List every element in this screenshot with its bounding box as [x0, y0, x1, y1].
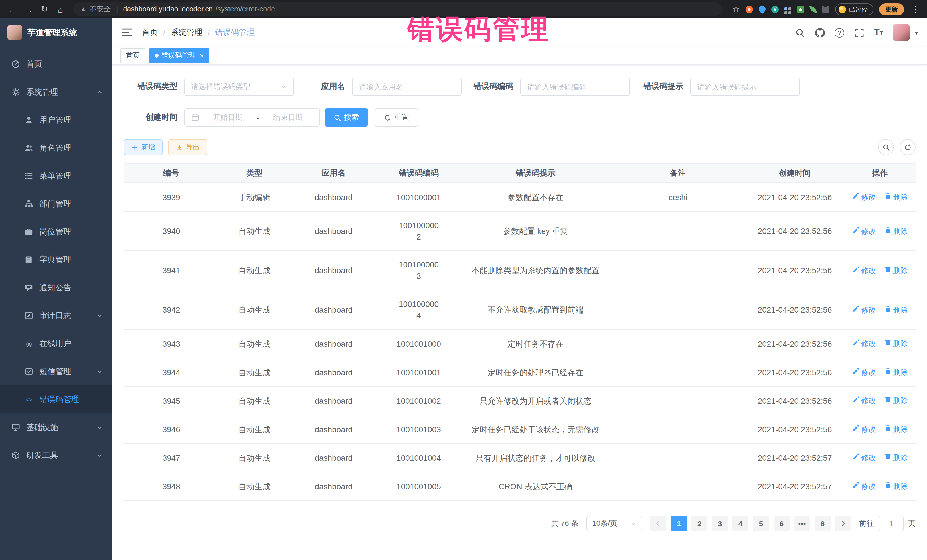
extension-green-icon[interactable]: [797, 5, 804, 13]
breadcrumb-item[interactable]: 首页: [142, 27, 158, 38]
cell-hint: CRON 表达式不正确: [460, 472, 611, 501]
sidebar-item-system-management[interactable]: 系统管理: [0, 78, 112, 106]
extension-drop-icon[interactable]: [757, 4, 767, 14]
sidebar-item-audit-log[interactable]: 审计日志: [0, 302, 112, 329]
edit-link[interactable]: 修改: [852, 424, 876, 435]
delete-icon: [884, 226, 891, 237]
delete-link[interactable]: 删除: [884, 191, 908, 203]
goto-page-input[interactable]: [878, 516, 904, 531]
sidebar-item-post-management[interactable]: 岗位管理: [0, 218, 112, 246]
cell-id: 3939: [124, 183, 219, 211]
delete-link[interactable]: 删除: [884, 338, 908, 349]
avatar-caret-icon[interactable]: ▾: [915, 29, 918, 36]
sidebar-item-menu-management[interactable]: 菜单管理: [0, 162, 112, 190]
edit-link[interactable]: 修改: [852, 367, 876, 378]
page-button-1[interactable]: 1: [671, 516, 687, 531]
tab-home[interactable]: 首页: [120, 48, 146, 63]
start-date-placeholder: 开始日期: [202, 112, 253, 123]
filter-type-select[interactable]: 请选择错误码类型: [184, 77, 294, 96]
page-size-select[interactable]: 10条/页: [587, 516, 642, 531]
browser-reload-icon[interactable]: ↻: [38, 2, 51, 16]
sidebar-item-error-code-management[interactable]: </>错误码管理: [0, 385, 112, 413]
search-icon[interactable]: [795, 27, 805, 38]
sidebar-item-dept-management[interactable]: 部门管理: [0, 190, 112, 218]
browser-chrome: ← → ↻ ⌂ ▲ 不安全 | dashboard.yudao.iocoder.…: [0, 0, 927, 18]
delete-link[interactable]: 删除: [884, 367, 908, 378]
user-avatar[interactable]: [893, 24, 910, 41]
toggle-search-button[interactable]: [878, 139, 894, 155]
delete-link[interactable]: 删除: [884, 265, 908, 276]
edit-label: 修改: [861, 452, 876, 464]
delete-link[interactable]: 删除: [884, 481, 908, 492]
refresh-button[interactable]: [900, 139, 916, 155]
fullscreen-icon[interactable]: [854, 27, 864, 38]
filter-app-input[interactable]: [352, 77, 462, 96]
app-logo[interactable]: 芋道管理系统: [0, 18, 112, 47]
page-button-6[interactable]: 6: [774, 516, 790, 531]
sidebar-item-online-users[interactable]: (a)在线用户: [0, 329, 112, 358]
filter-code-input[interactable]: [520, 77, 630, 96]
sidebar-item-sms-management[interactable]: 短信管理: [0, 358, 112, 385]
filter-hint-input[interactable]: [690, 77, 800, 96]
edit-link[interactable]: 修改: [852, 338, 876, 349]
bookmark-star-icon[interactable]: ☆: [732, 4, 740, 14]
extension-orange-icon[interactable]: [746, 5, 753, 13]
breadcrumb-item[interactable]: 系统管理: [170, 27, 202, 38]
cell-actions: 修改删除: [844, 183, 916, 211]
browser-back-icon[interactable]: ←: [6, 2, 20, 16]
sidebar-item-role-management[interactable]: 角色管理: [0, 134, 112, 162]
briefcase-icon: [24, 227, 33, 237]
page-button-5[interactable]: 5: [753, 516, 769, 531]
tab-close-icon[interactable]: ×: [200, 52, 204, 59]
add-button[interactable]: 新增: [124, 139, 163, 155]
browser-update-button[interactable]: 更新: [879, 3, 904, 15]
paused-pill-button[interactable]: 已暂停: [835, 3, 873, 15]
prev-page-button[interactable]: [650, 516, 666, 531]
page-button-4[interactable]: 4: [732, 516, 748, 531]
user-icon: [24, 115, 33, 125]
browser-home-icon[interactable]: ⌂: [54, 2, 67, 16]
address-bar[interactable]: ▲ 不安全 | dashboard.yudao.iocoder.cn/syste…: [73, 2, 722, 16]
edit-link[interactable]: 修改: [852, 452, 876, 464]
sidebar-item-dict-management[interactable]: 字典管理: [0, 246, 112, 274]
edit-link[interactable]: 修改: [852, 481, 876, 492]
font-size-icon[interactable]: TT: [874, 28, 883, 37]
delete-link[interactable]: 删除: [884, 226, 908, 237]
sidebar-item-notice-announcement[interactable]: 通知公告: [0, 274, 112, 302]
edit-link[interactable]: 修改: [852, 226, 876, 237]
help-icon[interactable]: ?: [834, 28, 844, 37]
edit-link[interactable]: 修改: [852, 191, 876, 203]
sidebar-item-dev-tools[interactable]: 研发工具: [0, 442, 112, 469]
export-button[interactable]: 导出: [168, 139, 207, 155]
sidebar-item-infrastructure[interactable]: 基础设施: [0, 413, 112, 442]
reset-button[interactable]: 重置: [375, 108, 418, 127]
edit-link[interactable]: 修改: [852, 265, 876, 276]
more-pages-button[interactable]: •••: [794, 516, 810, 531]
date-range-picker[interactable]: 开始日期 - 结束日期: [184, 108, 320, 127]
github-icon[interactable]: [815, 27, 825, 38]
search-button[interactable]: 搜索: [325, 108, 368, 127]
browser-forward-icon[interactable]: →: [22, 2, 35, 16]
sidebar-item-home[interactable]: 首页: [0, 50, 112, 78]
search-button-label: 搜索: [344, 112, 359, 123]
extension-v-icon[interactable]: V: [771, 5, 779, 13]
edit-link[interactable]: 修改: [852, 395, 876, 407]
page-button-8[interactable]: 8: [815, 516, 831, 531]
delete-link[interactable]: 删除: [884, 452, 908, 464]
delete-link[interactable]: 删除: [884, 395, 908, 407]
audit-log-icon: [24, 311, 33, 320]
sidebar-item-user-management[interactable]: 用户管理: [0, 106, 112, 134]
extension-grid-icon[interactable]: [784, 8, 787, 10]
delete-link[interactable]: 删除: [884, 304, 908, 316]
extensions-puzzle-icon[interactable]: [822, 5, 830, 13]
extension-leaf-icon[interactable]: [810, 5, 817, 13]
cell-created: 2021-04-20 23:52:56: [745, 386, 844, 415]
delete-link[interactable]: 删除: [884, 424, 908, 435]
next-page-button[interactable]: [835, 516, 851, 531]
browser-menu-icon[interactable]: ⋮: [910, 5, 921, 14]
edit-link[interactable]: 修改: [852, 304, 876, 316]
tab-error-code[interactable]: 错误码管理×: [149, 48, 209, 63]
hamburger-icon[interactable]: [122, 27, 133, 38]
page-button-2[interactable]: 2: [691, 516, 707, 531]
page-button-3[interactable]: 3: [712, 516, 728, 531]
